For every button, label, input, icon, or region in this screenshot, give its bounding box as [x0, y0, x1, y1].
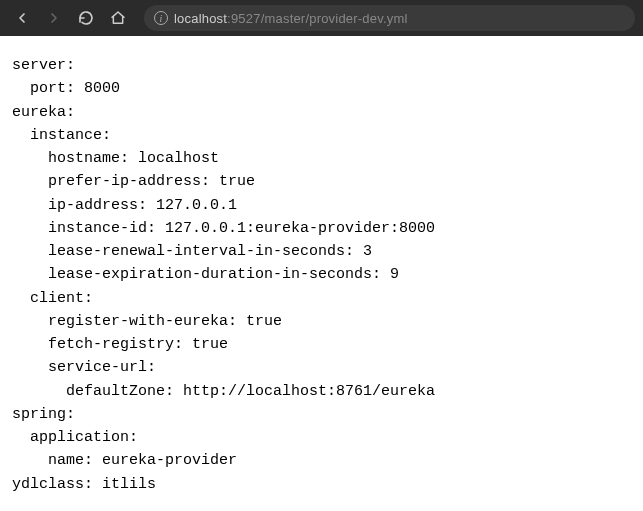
reload-button[interactable] [72, 4, 100, 32]
register-key: register-with-eureka: [48, 313, 237, 330]
register-value: true [246, 313, 282, 330]
url-text: localhost:9527/master/provider-dev.yml [174, 11, 408, 26]
instance-id-value: 127.0.0.1:eureka-provider:8000 [165, 220, 435, 237]
forward-button[interactable] [40, 4, 68, 32]
fetch-key: fetch-registry: [48, 336, 183, 353]
application-key: application: [30, 429, 138, 446]
fetch-value: true [192, 336, 228, 353]
instance-key: instance: [30, 127, 111, 144]
lease-expiration-value: 9 [390, 266, 399, 283]
hostname-key: hostname: [48, 150, 129, 167]
browser-toolbar: i localhost:9527/master/provider-dev.yml [0, 0, 643, 36]
eureka-key: eureka: [12, 104, 75, 121]
home-button[interactable] [104, 4, 132, 32]
info-icon[interactable]: i [154, 11, 168, 25]
instance-id-key: instance-id: [48, 220, 156, 237]
name-value: eureka-provider [102, 452, 237, 469]
ip-address-key: ip-address: [48, 197, 147, 214]
default-zone-value: http://localhost:8761/eureka [183, 383, 435, 400]
ip-address-value: 127.0.0.1 [156, 197, 237, 214]
prefer-ip-key: prefer-ip-address: [48, 173, 210, 190]
ydlclass-key: ydlclass: [12, 476, 93, 493]
back-button[interactable] [8, 4, 36, 32]
hostname-value: localhost [138, 150, 219, 167]
lease-renewal-key: lease-renewal-interval-in-seconds: [48, 243, 354, 260]
name-key: name: [48, 452, 93, 469]
server-key: server: [12, 57, 75, 74]
port-key: port: [30, 80, 75, 97]
default-zone-key: defaultZone: [66, 383, 174, 400]
service-url-key: service-url: [48, 359, 156, 376]
prefer-ip-value: true [219, 173, 255, 190]
spring-key: spring: [12, 406, 75, 423]
ydlclass-value: itlils [102, 476, 156, 493]
port-value: 8000 [84, 80, 120, 97]
address-bar[interactable]: i localhost:9527/master/provider-dev.yml [144, 5, 635, 31]
client-key: client: [30, 290, 93, 307]
lease-renewal-value: 3 [363, 243, 372, 260]
yaml-content: server: port: 8000 eureka: instance: hos… [0, 36, 643, 511]
lease-expiration-key: lease-expiration-duration-in-seconds: [48, 266, 381, 283]
